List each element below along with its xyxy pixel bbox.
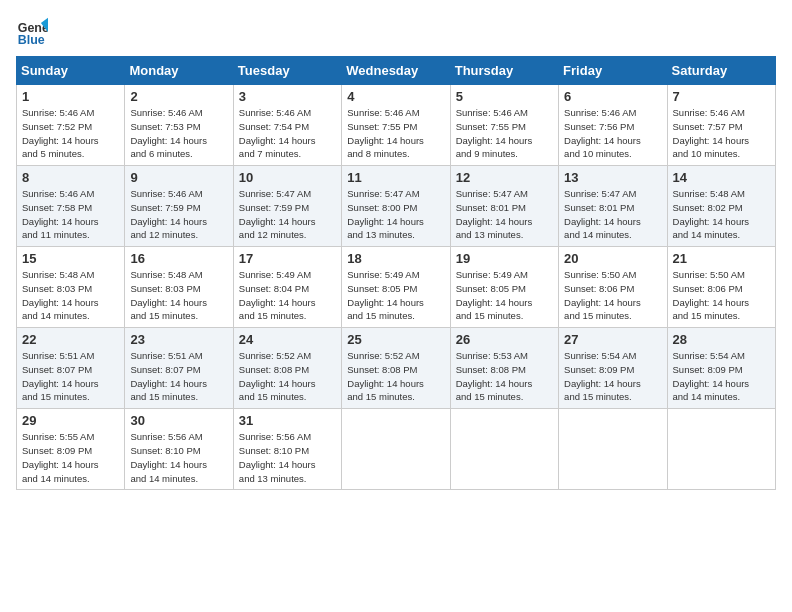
day-number: 7 (673, 89, 770, 104)
svg-text:Blue: Blue (18, 33, 45, 47)
calendar-cell: 1Sunrise: 5:46 AMSunset: 7:52 PMDaylight… (17, 85, 125, 166)
day-number: 29 (22, 413, 119, 428)
day-number: 6 (564, 89, 661, 104)
day-number: 20 (564, 251, 661, 266)
calendar-cell: 14Sunrise: 5:48 AMSunset: 8:02 PMDayligh… (667, 166, 775, 247)
calendar-week-row: 1Sunrise: 5:46 AMSunset: 7:52 PMDaylight… (17, 85, 776, 166)
calendar-cell (559, 409, 667, 490)
day-info: Sunrise: 5:48 AMSunset: 8:02 PMDaylight:… (673, 187, 770, 242)
calendar-cell: 8Sunrise: 5:46 AMSunset: 7:58 PMDaylight… (17, 166, 125, 247)
day-info: Sunrise: 5:46 AMSunset: 7:56 PMDaylight:… (564, 106, 661, 161)
day-number: 30 (130, 413, 227, 428)
calendar-cell: 28Sunrise: 5:54 AMSunset: 8:09 PMDayligh… (667, 328, 775, 409)
day-header-saturday: Saturday (667, 57, 775, 85)
day-info: Sunrise: 5:54 AMSunset: 8:09 PMDaylight:… (564, 349, 661, 404)
day-number: 3 (239, 89, 336, 104)
calendar-cell: 12Sunrise: 5:47 AMSunset: 8:01 PMDayligh… (450, 166, 558, 247)
calendar-week-row: 22Sunrise: 5:51 AMSunset: 8:07 PMDayligh… (17, 328, 776, 409)
day-info: Sunrise: 5:46 AMSunset: 7:57 PMDaylight:… (673, 106, 770, 161)
day-info: Sunrise: 5:46 AMSunset: 7:52 PMDaylight:… (22, 106, 119, 161)
day-info: Sunrise: 5:46 AMSunset: 7:54 PMDaylight:… (239, 106, 336, 161)
logo-icon: General Blue (16, 16, 48, 48)
day-info: Sunrise: 5:51 AMSunset: 8:07 PMDaylight:… (130, 349, 227, 404)
day-info: Sunrise: 5:51 AMSunset: 8:07 PMDaylight:… (22, 349, 119, 404)
calendar-cell: 23Sunrise: 5:51 AMSunset: 8:07 PMDayligh… (125, 328, 233, 409)
calendar-cell: 25Sunrise: 5:52 AMSunset: 8:08 PMDayligh… (342, 328, 450, 409)
calendar-cell: 16Sunrise: 5:48 AMSunset: 8:03 PMDayligh… (125, 247, 233, 328)
calendar-cell: 3Sunrise: 5:46 AMSunset: 7:54 PMDaylight… (233, 85, 341, 166)
day-info: Sunrise: 5:47 AMSunset: 7:59 PMDaylight:… (239, 187, 336, 242)
day-number: 12 (456, 170, 553, 185)
calendar-cell: 22Sunrise: 5:51 AMSunset: 8:07 PMDayligh… (17, 328, 125, 409)
calendar-cell: 29Sunrise: 5:55 AMSunset: 8:09 PMDayligh… (17, 409, 125, 490)
calendar-cell: 15Sunrise: 5:48 AMSunset: 8:03 PMDayligh… (17, 247, 125, 328)
calendar-cell: 18Sunrise: 5:49 AMSunset: 8:05 PMDayligh… (342, 247, 450, 328)
day-number: 15 (22, 251, 119, 266)
calendar-cell (450, 409, 558, 490)
calendar-cell: 17Sunrise: 5:49 AMSunset: 8:04 PMDayligh… (233, 247, 341, 328)
day-info: Sunrise: 5:52 AMSunset: 8:08 PMDaylight:… (239, 349, 336, 404)
day-header-wednesday: Wednesday (342, 57, 450, 85)
day-number: 14 (673, 170, 770, 185)
day-number: 4 (347, 89, 444, 104)
calendar-cell: 7Sunrise: 5:46 AMSunset: 7:57 PMDaylight… (667, 85, 775, 166)
day-info: Sunrise: 5:53 AMSunset: 8:08 PMDaylight:… (456, 349, 553, 404)
day-info: Sunrise: 5:47 AMSunset: 8:01 PMDaylight:… (564, 187, 661, 242)
day-info: Sunrise: 5:49 AMSunset: 8:05 PMDaylight:… (456, 268, 553, 323)
day-number: 13 (564, 170, 661, 185)
day-info: Sunrise: 5:50 AMSunset: 8:06 PMDaylight:… (564, 268, 661, 323)
day-info: Sunrise: 5:46 AMSunset: 7:55 PMDaylight:… (347, 106, 444, 161)
calendar-cell: 24Sunrise: 5:52 AMSunset: 8:08 PMDayligh… (233, 328, 341, 409)
day-number: 31 (239, 413, 336, 428)
day-info: Sunrise: 5:46 AMSunset: 7:55 PMDaylight:… (456, 106, 553, 161)
day-number: 18 (347, 251, 444, 266)
day-info: Sunrise: 5:54 AMSunset: 8:09 PMDaylight:… (673, 349, 770, 404)
day-info: Sunrise: 5:49 AMSunset: 8:05 PMDaylight:… (347, 268, 444, 323)
day-info: Sunrise: 5:52 AMSunset: 8:08 PMDaylight:… (347, 349, 444, 404)
logo: General Blue (16, 16, 48, 48)
day-number: 2 (130, 89, 227, 104)
day-header-sunday: Sunday (17, 57, 125, 85)
day-number: 9 (130, 170, 227, 185)
day-number: 23 (130, 332, 227, 347)
day-header-monday: Monday (125, 57, 233, 85)
calendar-cell: 27Sunrise: 5:54 AMSunset: 8:09 PMDayligh… (559, 328, 667, 409)
day-number: 1 (22, 89, 119, 104)
day-number: 24 (239, 332, 336, 347)
day-header-friday: Friday (559, 57, 667, 85)
calendar-cell: 19Sunrise: 5:49 AMSunset: 8:05 PMDayligh… (450, 247, 558, 328)
day-info: Sunrise: 5:49 AMSunset: 8:04 PMDaylight:… (239, 268, 336, 323)
day-header-thursday: Thursday (450, 57, 558, 85)
day-number: 5 (456, 89, 553, 104)
day-info: Sunrise: 5:46 AMSunset: 7:58 PMDaylight:… (22, 187, 119, 242)
calendar-cell: 9Sunrise: 5:46 AMSunset: 7:59 PMDaylight… (125, 166, 233, 247)
day-number: 19 (456, 251, 553, 266)
calendar-cell (667, 409, 775, 490)
day-number: 21 (673, 251, 770, 266)
calendar-cell: 21Sunrise: 5:50 AMSunset: 8:06 PMDayligh… (667, 247, 775, 328)
day-info: Sunrise: 5:55 AMSunset: 8:09 PMDaylight:… (22, 430, 119, 485)
page-header: General Blue (16, 16, 776, 48)
day-info: Sunrise: 5:46 AMSunset: 7:53 PMDaylight:… (130, 106, 227, 161)
calendar-cell: 5Sunrise: 5:46 AMSunset: 7:55 PMDaylight… (450, 85, 558, 166)
day-info: Sunrise: 5:46 AMSunset: 7:59 PMDaylight:… (130, 187, 227, 242)
calendar-cell: 20Sunrise: 5:50 AMSunset: 8:06 PMDayligh… (559, 247, 667, 328)
calendar-cell: 11Sunrise: 5:47 AMSunset: 8:00 PMDayligh… (342, 166, 450, 247)
calendar-cell: 6Sunrise: 5:46 AMSunset: 7:56 PMDaylight… (559, 85, 667, 166)
day-info: Sunrise: 5:47 AMSunset: 8:00 PMDaylight:… (347, 187, 444, 242)
calendar-header-row: SundayMondayTuesdayWednesdayThursdayFrid… (17, 57, 776, 85)
calendar-table: SundayMondayTuesdayWednesdayThursdayFrid… (16, 56, 776, 490)
calendar-cell: 4Sunrise: 5:46 AMSunset: 7:55 PMDaylight… (342, 85, 450, 166)
calendar-cell: 13Sunrise: 5:47 AMSunset: 8:01 PMDayligh… (559, 166, 667, 247)
calendar-cell: 26Sunrise: 5:53 AMSunset: 8:08 PMDayligh… (450, 328, 558, 409)
calendar-cell (342, 409, 450, 490)
day-info: Sunrise: 5:48 AMSunset: 8:03 PMDaylight:… (22, 268, 119, 323)
day-number: 16 (130, 251, 227, 266)
day-info: Sunrise: 5:56 AMSunset: 8:10 PMDaylight:… (239, 430, 336, 485)
day-info: Sunrise: 5:50 AMSunset: 8:06 PMDaylight:… (673, 268, 770, 323)
calendar-cell: 2Sunrise: 5:46 AMSunset: 7:53 PMDaylight… (125, 85, 233, 166)
day-number: 25 (347, 332, 444, 347)
day-number: 8 (22, 170, 119, 185)
day-number: 27 (564, 332, 661, 347)
day-number: 17 (239, 251, 336, 266)
